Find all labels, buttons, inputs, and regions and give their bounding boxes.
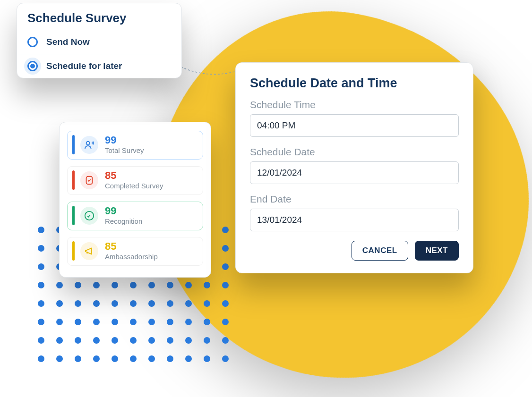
people-icon: [80, 136, 98, 154]
cancel-button[interactable]: CANCEL: [352, 241, 408, 261]
stat-recognition[interactable]: 99 Recognition: [67, 202, 203, 230]
stat-label: Completed Survey: [105, 182, 163, 190]
form-button-row: CANCEL NEXT: [250, 241, 459, 261]
stat-ambassadorship[interactable]: 85 Ambassadorship: [67, 237, 203, 266]
schedule-time-input[interactable]: 04:00 PM: [250, 114, 459, 137]
connector-line: [181, 66, 238, 76]
end-date-input[interactable]: 13/01/2024: [250, 209, 459, 231]
checklist-icon: [80, 171, 98, 189]
stat-value: 85: [105, 170, 163, 181]
radio-label: Schedule for later: [46, 61, 122, 71]
stats-card: 99 Total Survey 85 Completed Survey 99 R…: [59, 122, 211, 278]
radio-label: Send Now: [46, 37, 90, 47]
schedule-date-input[interactable]: 12/01/2024: [250, 161, 459, 184]
thumbs-up-icon: [80, 207, 98, 225]
schedule-survey-title: Schedule Survey: [17, 3, 181, 30]
next-button[interactable]: NEXT: [415, 241, 459, 261]
stat-completed-survey[interactable]: 85 Completed Survey: [67, 166, 203, 195]
end-date-label: End Date: [250, 194, 459, 205]
schedule-time-label: Schedule Time: [250, 99, 459, 110]
megaphone-icon: [80, 242, 98, 260]
schedule-survey-card: Schedule Survey Send Now Schedule for la…: [17, 3, 182, 78]
stat-accent-bar: [72, 241, 75, 261]
stat-accent-bar: [72, 170, 75, 190]
radio-icon: [27, 37, 38, 47]
stat-label: Ambassadorship: [105, 253, 158, 261]
stat-value: 99: [105, 206, 142, 216]
stat-accent-bar: [72, 206, 75, 225]
schedule-date-label: Schedule Date: [250, 146, 459, 158]
stat-value: 99: [105, 135, 144, 145]
radio-icon: [27, 61, 38, 71]
schedule-form-heading: Schedule Date and Time: [250, 76, 459, 91]
stat-label: Total Survey: [105, 146, 144, 154]
stat-value: 85: [105, 241, 158, 252]
schedule-form-card: Schedule Date and Time Schedule Time 04:…: [235, 62, 473, 273]
svg-point-0: [86, 141, 90, 144]
stat-total-survey[interactable]: 99 Total Survey: [67, 131, 203, 160]
stat-label: Recognition: [105, 217, 142, 225]
radio-option-schedule-later[interactable]: Schedule for later: [17, 54, 181, 78]
radio-option-send-now[interactable]: Send Now: [17, 30, 181, 54]
stat-accent-bar: [72, 135, 75, 154]
